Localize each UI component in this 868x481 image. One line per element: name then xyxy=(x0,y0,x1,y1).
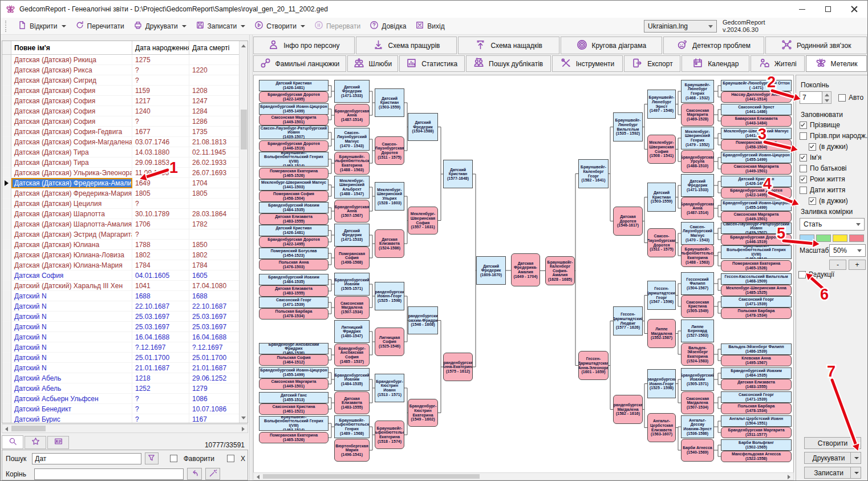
person-box[interactable]: Бранденбургский Иоахим(1484-1535) xyxy=(721,367,792,379)
tab-stats[interactable]: Статистика xyxy=(399,55,465,72)
person-box[interactable]: Мекленбург-Шверинская София(1508 - 1541) xyxy=(647,135,676,164)
person-box[interactable]: Брауншвейг-Люнебург Эрнст(1497 - 1546) xyxy=(647,90,676,119)
tab-dup[interactable]: Пошук дублікатів xyxy=(466,55,551,72)
person-box[interactable]: Бранденбургская Урсула(1488-1510) xyxy=(681,150,714,173)
person-box[interactable]: Датская Елизавета(1483-1555) xyxy=(334,391,370,414)
cell-birthdate[interactable]: 1788 xyxy=(132,240,189,250)
person-box[interactable]: Бранденбургский Иоахим(1484-1535) xyxy=(259,274,328,285)
person-box[interactable]: Мекленбург-Шверинский Магнус(1441-1503) xyxy=(259,179,328,191)
person-box[interactable]: Датский Кристиан(1426-1481) xyxy=(721,176,792,187)
cell-birthdate[interactable]: 30.10.1789 xyxy=(132,209,189,219)
cell-deathdate[interactable]: 28.03.1864 xyxy=(189,209,240,219)
person-box[interactable]: Бранденбургский Иоанн-Цицерон(1455-1499) xyxy=(259,103,328,115)
table-row[interactable]: Датская (Датская) Тира29.09.185326.02.19… xyxy=(2,157,248,168)
cell-deathdate[interactable]: 1802 xyxy=(189,250,240,260)
cell-birthdate[interactable]: 16.04.1688 xyxy=(132,332,189,342)
person-box[interactable]: Саксен-Лауэнбургский Магнус(1470 - 1543) xyxy=(334,128,370,151)
cell-birthdate[interactable]: 29.09.1853 xyxy=(132,157,189,168)
cell-deathdate[interactable]: 26.07.1693 xyxy=(189,168,240,178)
cell-deathdate[interactable]: 1805 xyxy=(189,188,240,199)
cell-deathdate[interactable]: 26.02.1933 xyxy=(189,157,240,168)
cell-fullname[interactable]: Датский N xyxy=(11,332,132,342)
person-box[interactable]: Датская Доротея(1546-1617) xyxy=(613,207,643,236)
cell-deathdate[interactable]: 17.04.1080 xyxy=(189,281,240,291)
person-box[interactable]: Бранденбургская Доротея(1422-1495) xyxy=(259,91,328,103)
cell-fullname[interactable]: Датский (Датский) Харальд III Хен xyxy=(11,281,132,291)
cell-fullname[interactable]: Датская (Датская) Тира xyxy=(11,147,132,157)
cell-fullname[interactable]: Датский N xyxy=(11,301,132,312)
fill-option-checkbox[interactable] xyxy=(800,122,807,129)
table-row[interactable]: Датский N25.01.170025.01.1700 xyxy=(2,353,248,363)
table-row[interactable]: Датская (Датская) Эстрид (Маргарита)? xyxy=(2,229,248,240)
cell-birthdate[interactable]: 04.01.1605 xyxy=(132,270,189,281)
cell-fullname[interactable]: Датский Бурис xyxy=(11,414,132,423)
person-box[interactable]: Саксонский Георг(1471-1539) xyxy=(721,391,792,403)
person-box[interactable]: Датский Кристиан(1426-1481) xyxy=(259,80,328,91)
person-box[interactable]: Датский Ганс(1455-1513) xyxy=(259,392,328,403)
cell-deathdate[interactable]: 02.11.1945 xyxy=(189,147,240,157)
table-row[interactable]: Датская (Датская) Сигрид? xyxy=(2,75,248,86)
cell-deathdate[interactable]: 1167 xyxy=(189,414,240,423)
table-row[interactable]: Датская (Датская) Рикица1275 xyxy=(2,55,248,65)
cell-birthdate[interactable]: 11.09.1656 xyxy=(132,168,189,178)
table-row[interactable]: Датский N22.10.168722.10.1687 xyxy=(2,301,248,312)
tab-calendar[interactable]: Календар xyxy=(682,55,749,72)
person-box[interactable]: Саксонская Маргарита(1449-1501) xyxy=(721,211,792,223)
person-box[interactable]: Саксонская Маргарита(1469-1528) xyxy=(681,103,714,126)
scrollbar-thumb[interactable] xyxy=(241,110,247,149)
cell-birthdate[interactable]: 1240 xyxy=(132,106,189,116)
table-row[interactable]: Датский Абель121829.06.1252 xyxy=(2,373,248,383)
cell-fullname[interactable]: Датский Бенедикт xyxy=(11,404,132,414)
cell-deathdate[interactable]: 16.04.1688 xyxy=(189,332,240,342)
column-header-birthdate[interactable]: Дата народження xyxy=(132,41,189,54)
color-swatch[interactable] xyxy=(800,235,814,242)
person-box[interactable]: Померанская София(1498-1568) xyxy=(334,246,370,269)
person-box[interactable]: Мекленбург-Шверинский Магнус(1441-1503) xyxy=(721,128,792,139)
cell-birthdate[interactable]: 25.03.1697 xyxy=(132,312,189,322)
person-box[interactable]: Брауншвейг-Вольфенбюттельская Екатерина(… xyxy=(334,152,370,175)
cell-birthdate[interactable]: 1252 xyxy=(132,383,189,394)
person-box[interactable]: Померанская София(1458-1504) xyxy=(259,191,328,202)
person-box[interactable]: Бранденбургская Маргарита(1511-1577) xyxy=(721,427,792,438)
tab-circle[interactable]: Кругова діаграма xyxy=(561,37,662,54)
cell-fullname[interactable]: Датский N xyxy=(11,322,132,332)
person-box[interactable]: Датский Фредерик(1534-1588) xyxy=(408,113,438,141)
table-row[interactable]: Датская (Датская) София12171247 xyxy=(2,96,248,106)
person-box[interactable]: Датский Кристиан(1503-1559) xyxy=(375,88,404,117)
fill-option-checkbox[interactable] xyxy=(800,132,807,140)
person-box[interactable]: Мекленбург-Шверинская София(1557 - 1631) xyxy=(408,207,438,235)
table-row[interactable]: Датский N25.03.169725.03.1697 xyxy=(2,312,248,322)
cell-birthdate[interactable]: 03.07.1746 xyxy=(132,137,189,147)
cell-birthdate[interactable]: 14.03.1880 xyxy=(132,147,189,157)
person-box[interactable]: Польская Барбара(1478-1534) xyxy=(259,308,328,320)
person-box[interactable]: Бранденбург-Ансбахский Фридрих(1460-1536… xyxy=(259,343,328,354)
person-box[interactable]: Брауншвейг-Каленберг Георг(1582 - 1641) xyxy=(578,159,609,188)
cell-fullname[interactable]: Датская (Датская) Цецилия xyxy=(11,199,132,209)
generations-spinner[interactable]: 7 xyxy=(800,91,832,104)
table-row[interactable]: Датский Абель12521279 xyxy=(2,383,248,394)
person-box[interactable]: Бранденбургский Иоахим(1505-1571) xyxy=(681,368,714,391)
tab-favorites[interactable] xyxy=(25,436,46,449)
person-box[interactable]: Саксен-Лауэнбургский Магнус(1470 - 1543) xyxy=(681,222,714,245)
table-row[interactable]: Датский N16881688 xyxy=(2,291,248,301)
cell-birthdate[interactable]: 1218 xyxy=(132,373,189,383)
play-toolbar-button[interactable]: Створити xyxy=(250,19,310,33)
zoom-out-button[interactable]: - xyxy=(829,260,846,270)
person-box[interactable]: Брауншвейг-Вольфенбюттельский Генрих I(V… xyxy=(721,245,792,259)
cell-birthdate[interactable]: 1677 xyxy=(132,127,189,137)
tab-tools[interactable]: Інструменти xyxy=(552,55,623,72)
chart-horizontal-scrollbar[interactable] xyxy=(253,472,794,480)
help-toolbar-button[interactable]: Довідка xyxy=(365,19,411,33)
cell-deathdate[interactable]: 1279 xyxy=(189,383,240,394)
person-box[interactable]: Польская Барбара(1478-1534) xyxy=(721,308,792,319)
person-box[interactable]: Брауншвейг-Вольфенбюттельский Генрих I(V… xyxy=(259,416,328,431)
refresh-toolbar-button[interactable]: Перечитати xyxy=(71,19,129,33)
person-box[interactable]: Бранденбургская Анна-Екатерина(1575 - 16… xyxy=(443,353,473,381)
color-swatch[interactable] xyxy=(849,235,864,242)
cell-fullname[interactable]: Датский N xyxy=(11,342,132,353)
person-box[interactable]: Саксонская Магдалена(1507-1534) xyxy=(681,391,714,414)
person-box[interactable]: Саксонская Кристина(1505-1549) xyxy=(681,295,714,318)
cell-deathdate[interactable]: 1704 xyxy=(189,178,240,188)
cell-deathdate[interactable]: 21.08.1813 xyxy=(189,137,240,147)
cell-fullname[interactable]: Датская (Датская) Шарлотта-Амалия xyxy=(11,219,132,229)
